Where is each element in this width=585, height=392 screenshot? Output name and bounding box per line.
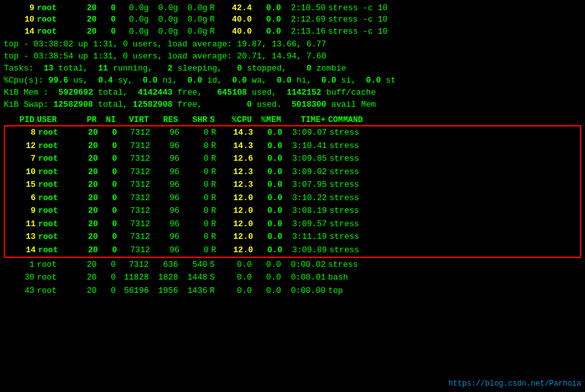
pr-15: 20 (78, 179, 100, 191)
tasks-stopped: 0 (237, 64, 242, 73)
table-row-10: 10 root 20 0 7312 96 0 R 12.3 0.0 3:09.0… (5, 166, 580, 179)
res-12: 96 (153, 140, 182, 152)
table-row-7: 7 root 20 0 7312 96 0 R 12.6 0.0 3:09.85… (5, 152, 580, 165)
virt-12: 7312 (120, 140, 153, 152)
table-row-6: 6 root 20 0 7312 96 0 R 12.0 0.0 3:10.22… (5, 192, 580, 205)
pre-res-0: 0.0g (151, 3, 181, 14)
pre-row-2: 14 root 20 0 0.0g 0.0g 0.0g R 40.0 0.0 2… (4, 26, 581, 37)
tasks-sleeping: 2 (167, 64, 172, 73)
ni-6: 0 (100, 193, 120, 204)
header-res: RES (151, 115, 181, 125)
header-pid: PID (4, 115, 37, 125)
user-8: root (38, 127, 78, 139)
virt-14: 7312 (120, 245, 153, 256)
ni-11: 0 (100, 219, 120, 230)
virt-11: 7312 (120, 219, 153, 230)
shr-43: 1436 (181, 285, 210, 297)
cpu-13: 12.0 (223, 231, 256, 243)
cpu-1: 0.0 (221, 259, 254, 271)
pr-11: 20 (78, 219, 100, 230)
pid-7: 7 (5, 153, 38, 165)
table-row-14: 14 root 20 0 7312 96 0 R 12.0 0.0 3:09.8… (5, 244, 580, 257)
header-shr: SHR (181, 115, 210, 125)
pid-6: 6 (5, 193, 38, 204)
table-row-30: 30 root 20 0 11828 1828 1448 S 0.0 0.0 0… (4, 271, 581, 284)
swap-avail: 5018300 (292, 100, 327, 109)
res-30: 1828 (151, 272, 181, 283)
pr-6: 20 (78, 193, 100, 204)
s-14: R (211, 245, 223, 256)
pre-ni-2: 0 (99, 26, 118, 37)
shr-9: 0 (182, 205, 211, 217)
user-14: root (38, 245, 78, 256)
swap-used: 0 (247, 100, 252, 109)
cmd-43: top (328, 285, 392, 297)
virt-13: 7312 (120, 231, 153, 243)
table-row-1: 1 root 20 0 7312 636 540 S 0.0 0.0 0:00.… (4, 259, 581, 271)
cmd-8: stress (329, 127, 393, 139)
pre-virt-2: 0.0g (118, 26, 151, 37)
tasks-zombie: 0 (306, 64, 312, 73)
pre-cpu-1: 40.0 (221, 14, 254, 25)
header-cmd: COMMAND (328, 115, 392, 125)
pre-cpu-2: 40.0 (221, 26, 254, 37)
pid-15: 15 (5, 179, 38, 191)
pre-pid-1: 10 (4, 14, 37, 25)
cpu-6: 12.0 (223, 193, 256, 204)
virt-8: 7312 (120, 127, 153, 139)
pre-cmd-2: stress -c 10 (328, 26, 404, 37)
res-7: 96 (153, 153, 182, 165)
table-row-15: 15 root 20 0 7312 96 0 R 12.3 0.0 3:07.9… (5, 179, 580, 191)
pre-pid-2: 14 (4, 26, 37, 37)
s-9: R (211, 205, 223, 217)
ni-10: 0 (100, 166, 120, 178)
pre-cpu-0: 42.4 (221, 3, 254, 14)
res-11: 96 (153, 219, 182, 230)
pre-cmd-1: stress -c 10 (328, 14, 404, 25)
res-43: 1956 (151, 285, 181, 297)
s-13: R (211, 231, 223, 243)
cmd-11: stress (329, 219, 393, 230)
cmd-13: stress (329, 231, 393, 243)
virt-10: 7312 (120, 166, 153, 178)
cpu-14: 12.0 (223, 245, 256, 256)
cpu-st: 0.0 (366, 76, 381, 85)
pr-1: 20 (76, 259, 99, 271)
mem-free: 4142443 (138, 88, 173, 97)
time-13: 3:11.19 (285, 231, 329, 243)
pid-13: 13 (5, 231, 38, 243)
cmd-30: bash (328, 272, 392, 283)
pr-9: 20 (78, 205, 100, 217)
res-8: 96 (153, 127, 182, 139)
swap-total: 12582908 (53, 100, 93, 109)
cpu-43: 0.0 (221, 285, 254, 297)
time-11: 3:09.57 (285, 219, 329, 230)
user-12: root (38, 140, 78, 152)
cmd-15: stress (329, 179, 393, 191)
table-row-43: 43 root 20 0 56196 1956 1436 R 0.0 0.0 0… (4, 285, 581, 297)
table-header-row: PID USER PR NI VIRT RES SHR S %CPU %MEM … (4, 114, 581, 125)
ni-1: 0 (99, 259, 118, 271)
pre-mem-0: 0.0 (254, 3, 284, 14)
top-info-line-2: Tasks: 13 total, 11 running, 2 sleeping,… (4, 63, 581, 75)
pid-30: 30 (4, 272, 37, 283)
pre-res-1: 0.0g (151, 14, 181, 25)
shr-13: 0 (182, 231, 211, 243)
pre-table-rows: 9 root 20 0 0.0g 0.0g 0.0g R 42.4 0.0 2:… (4, 3, 581, 37)
pre-row-1: 10 root 20 0 0.0g 0.0g 0.0g R 40.0 0.0 2… (4, 14, 581, 25)
swap-free: 12582908 (133, 100, 172, 109)
user-6: root (38, 193, 78, 204)
table-row-12: 12 root 20 0 7312 96 0 R 14.3 0.0 3:10.4… (5, 140, 580, 152)
pre-row-0: 9 root 20 0 0.0g 0.0g 0.0g R 42.4 0.0 2:… (4, 3, 581, 14)
pr-8: 20 (78, 127, 100, 139)
time-7: 3:09.85 (285, 153, 329, 165)
shr-8: 0 (182, 127, 211, 139)
cmd-1: stress (328, 259, 392, 271)
shr-1: 540 (181, 259, 210, 271)
header-virt: VIRT (118, 115, 151, 125)
cpu-us: 99.6 (48, 76, 68, 85)
time-30: 0:00.01 (284, 272, 328, 283)
header-cpu: %CPU (221, 115, 254, 125)
mem-43: 0.0 (254, 285, 284, 297)
ni-9: 0 (100, 205, 120, 217)
